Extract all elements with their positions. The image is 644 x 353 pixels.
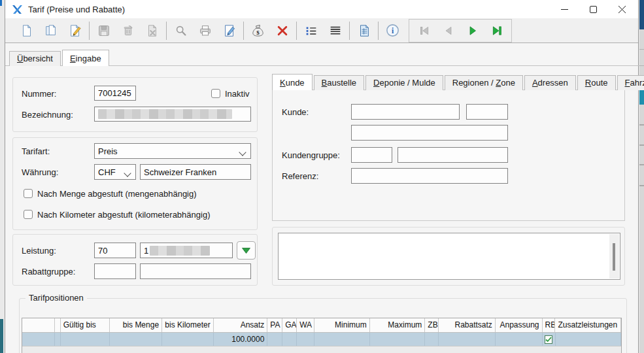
table-header-cell[interactable]: ZB [425,318,439,332]
background-right-line [639,49,644,50]
info-button[interactable]: i [381,20,405,41]
tab-baustelle[interactable]: Baustelle [314,75,364,90]
leistung-code-input[interactable]: 70 [94,243,136,258]
edit-note-button[interactable] [217,20,241,41]
waehrung-name-input[interactable]: Schweizer Franken [140,164,251,180]
table-cell[interactable] [543,333,556,346]
new-document-button[interactable] [14,20,39,41]
copy-document-button[interactable] [39,20,63,41]
tab-adressen[interactable]: Adressen [524,75,576,90]
money-bag-icon: $ [250,23,265,38]
table-header-cell[interactable] [55,318,61,332]
background-left-teal-fragment [0,319,3,353]
print-button[interactable] [193,20,217,41]
kundengruppe-code-input[interactable] [351,147,392,163]
nav-previous-button[interactable] [436,20,460,41]
rb-checkbox-checked[interactable] [545,335,552,344]
table-cell[interactable] [61,333,110,346]
close-button[interactable] [607,0,636,18]
memo-scrollbar-thumb[interactable] [613,243,615,271]
waehrung-select[interactable]: CHF [94,164,136,180]
table-cell[interactable] [556,333,622,346]
table-header-cell[interactable]: Anpassung [496,318,543,332]
rabattgruppe-code-input[interactable] [94,263,136,279]
tarifart-select[interactable]: Preis [94,143,251,159]
kundengruppe-name-input[interactable] [398,147,508,163]
bezeichnung-input[interactable] [94,107,251,122]
table-cell[interactable] [22,333,55,346]
table-cell[interactable] [267,333,282,346]
chevron-down-icon [124,169,131,176]
table-header-cell[interactable]: WA [297,318,314,332]
kunde-label: Kunde: [282,107,309,117]
nav-first-button[interactable] [412,20,436,41]
table-cell[interactable] [110,333,162,346]
list-bullets-button[interactable] [299,20,323,41]
referenz-input[interactable] [351,168,508,184]
menge-checkbox[interactable] [24,189,33,198]
memo-textarea[interactable] [278,233,620,280]
tab-regionen-zone[interactable]: Regionen / Zone [445,75,523,90]
minimize-button[interactable] [550,0,579,18]
money-bag-button[interactable]: $ [246,20,270,41]
tab-fahrzeug[interactable]: Fahrzeug [617,75,644,90]
memo-scrollbar-track[interactable] [609,234,619,278]
table-cell[interactable] [425,333,439,346]
table-cell[interactable] [314,333,370,346]
table-cell[interactable] [282,333,297,346]
table-header-cell[interactable]: GA [282,318,297,332]
tab-uebersicht[interactable]: Übersicht [9,51,61,66]
table-header-cell[interactable]: bis Menge [110,318,162,332]
table-cell[interactable] [439,333,496,346]
table-cell[interactable] [55,333,61,346]
table-row[interactable]: 100.0000 [22,333,621,346]
table-header-cell[interactable]: PA [267,318,282,332]
background-right-line [639,124,644,126]
table-header-cell[interactable]: Maximum [370,318,426,332]
tab-kunde[interactable]: Kunde [272,74,313,90]
table-header-cell[interactable]: Minimum [314,318,370,332]
inaktiv-checkbox[interactable] [211,89,220,98]
nummer-input[interactable]: 7001245 [94,86,136,101]
table-cell[interactable] [370,333,426,346]
maximize-button[interactable] [579,0,607,18]
table-header-cell[interactable]: Rabattsatz [439,318,496,332]
list-lines-button[interactable] [323,20,347,41]
table-header-cell[interactable]: Gültig bis [61,318,110,332]
delete-record-button[interactable] [116,20,140,41]
print-icon [198,24,212,38]
report-table-button[interactable] [352,20,376,41]
nav-first-icon [418,25,430,37]
tab-route[interactable]: Route [577,75,616,90]
kunde-name-input[interactable] [351,125,508,141]
delete-record-icon [121,24,135,38]
tab-deponie-mulde[interactable]: Deponie / Mulde [365,75,443,90]
kunde-code-input[interactable] [351,104,460,120]
delete-document-button[interactable] [140,20,164,41]
table-header-cell[interactable] [22,318,55,332]
table-cell[interactable]: 100.0000 [214,333,268,346]
table-header-cell[interactable]: Ansatz [214,318,268,332]
background-right-line [639,65,644,66]
save-button[interactable] [92,20,116,41]
nummer-label: Nummer: [22,89,56,99]
leistung-dropdown-button[interactable] [237,241,256,260]
table-cell[interactable] [162,333,214,346]
tab-eingabe[interactable]: Eingabe [62,50,109,66]
edit-document-button[interactable] [63,20,87,41]
table-cell[interactable] [496,333,543,346]
table-cell[interactable] [297,333,314,346]
kunde-extra-input[interactable] [466,104,508,120]
cancel-button[interactable] [270,20,294,41]
table-empty-area[interactable] [22,346,621,353]
table-header-cell[interactable]: bis Kilometer [162,318,214,332]
table-header-cell[interactable]: Zusatzleistungen [555,318,621,332]
leistung-name-input[interactable]: 1 [140,243,233,258]
search-button[interactable] [169,20,193,41]
table-header-cell[interactable]: RB [543,318,556,332]
kilometer-checkbox[interactable] [24,210,33,219]
nav-next-button[interactable] [460,20,484,41]
rabattgruppe-name-input[interactable] [140,263,251,279]
title-bar[interactable]: Tarif (Preise und Rabatte) [5,0,638,18]
nav-last-button[interactable] [484,20,509,41]
